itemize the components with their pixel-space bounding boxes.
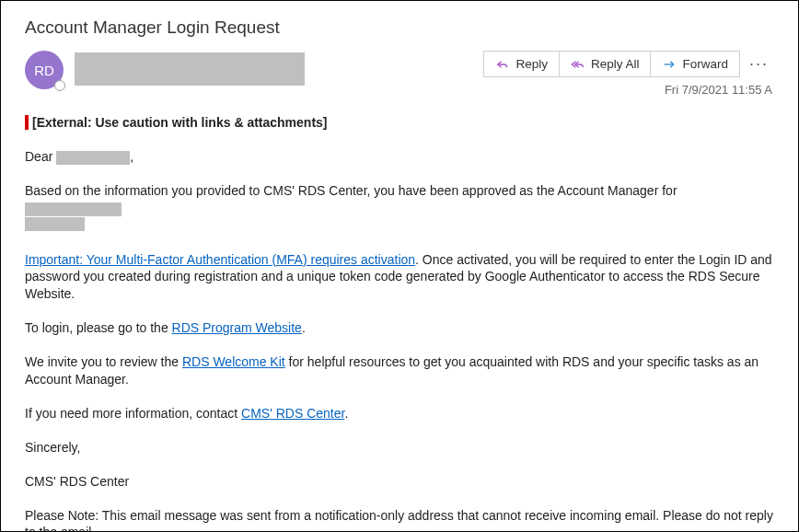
welcome-paragraph: We invite you to review the RDS Welcome … [25,353,774,388]
org-redacted-2 [25,217,85,231]
signature-line: CMS' RDS Center [25,473,774,491]
forward-button[interactable]: Forward [650,51,740,77]
footer-note: Please Note: This email message was sent… [25,507,774,532]
email-body: Dear , Based on the information you prov… [25,148,774,532]
contact-pre-text: If you need more information, contact [25,406,241,421]
email-timestamp: Fri 7/9/2021 11:55 A [665,83,774,97]
welcome-pre-text: We invite you to review the [25,354,182,369]
mfa-activation-link[interactable]: Important: Your Multi-Factor Authenticat… [25,252,415,267]
contact-period: . [344,406,348,421]
more-actions-button[interactable]: ··· [740,51,774,77]
reply-all-button[interactable]: Reply All [559,51,652,77]
closing-line: Sincerely, [25,439,774,457]
greeting-line: Dear , [25,148,774,166]
reply-icon [495,57,510,72]
reply-button[interactable]: Reply [483,51,560,77]
email-subject: Account Manager Login Request [25,17,774,38]
approval-text: Based on the information you provided to… [25,183,677,198]
approval-paragraph: Based on the information you provided to… [25,182,774,235]
greeting-prefix: Dear [25,149,56,164]
recipient-name-redacted [56,151,130,165]
action-toolbar: Reply Reply All Forward ··· [483,51,774,77]
email-header: RD Reply Reply All Forward [25,51,774,97]
reply-all-icon [571,57,585,72]
contact-paragraph: If you need more information, contact CM… [25,405,774,422]
mfa-paragraph: Important: Your Multi-Factor Authenticat… [25,251,774,304]
reply-label: Reply [515,57,548,71]
org-redacted-1 [25,202,122,216]
sender-avatar[interactable]: RD [25,51,64,89]
presence-indicator [54,80,65,91]
login-pre-text: To login, please go to the [25,320,172,335]
login-period: . [302,320,306,335]
external-warning-banner: [External: Use caution with links & atta… [25,115,774,130]
cms-rds-center-link[interactable]: CMS' RDS Center [241,406,344,421]
welcome-kit-link[interactable]: RDS Welcome Kit [182,354,285,369]
forward-label: Forward [682,57,728,71]
sender-name-redacted [75,52,305,86]
reply-all-label: Reply All [591,57,640,71]
greeting-suffix: , [130,149,133,164]
login-paragraph: To login, please go to the RDS Program W… [25,319,774,337]
forward-icon [662,57,677,72]
rds-program-link[interactable]: RDS Program Website [172,320,302,335]
